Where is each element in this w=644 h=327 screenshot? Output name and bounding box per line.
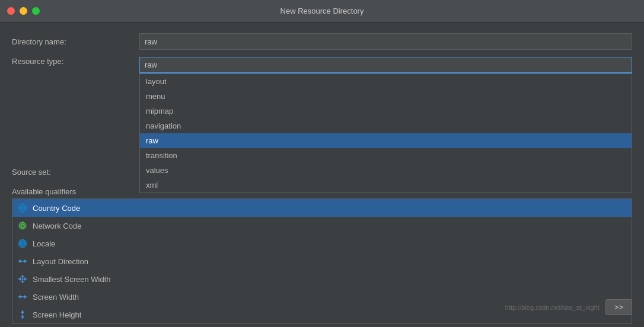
bottom-actions: http://blog.csdn.net/late_at_night >> (505, 299, 632, 315)
directory-name-input[interactable] (139, 33, 632, 50)
maximize-button[interactable] (32, 7, 40, 15)
resource-type-dropdown: layout menu mipmap navigation raw transi… (139, 73, 632, 193)
window-title: New Resource Directory (280, 7, 364, 15)
smallest-screen-width-icon (17, 274, 28, 284)
screen-width-icon (17, 291, 28, 302)
qualifier-label-screen-height: Screen Height (33, 310, 81, 319)
available-qualifiers-label: Available qualifiers (12, 187, 139, 196)
titlebar: New Resource Directory (0, 0, 644, 23)
svg-marker-22 (24, 295, 27, 299)
svg-marker-24 (21, 310, 24, 313)
resource-type-input[interactable] (139, 57, 632, 73)
directory-name-input-area (139, 33, 632, 50)
directory-name-row: Directory name: (12, 33, 632, 50)
qualifier-item-layout-direction[interactable]: Layout Direction (12, 252, 632, 270)
dropdown-option-values[interactable]: values (140, 163, 632, 178)
watermark-text: http://blog.csdn.net/late_at_night (505, 304, 600, 311)
qualifier-item-smallest-screen-width[interactable]: Smallest Screen Width (12, 270, 632, 288)
close-button[interactable] (7, 7, 15, 15)
svg-marker-19 (21, 281, 24, 283)
next-button[interactable]: >> (605, 299, 632, 315)
svg-marker-13 (24, 259, 27, 263)
locale-globe-icon (17, 238, 28, 249)
dropdown-option-raw[interactable]: raw (140, 133, 632, 148)
qualifier-item-country-code[interactable]: Country Code (12, 199, 632, 217)
dropdown-option-navigation[interactable]: navigation (140, 118, 632, 133)
svg-marker-21 (18, 295, 21, 299)
globe-icon (17, 203, 28, 213)
minimize-button[interactable] (20, 7, 27, 15)
screen-height-icon (17, 309, 28, 320)
layout-direction-icon (17, 256, 28, 267)
qualifier-label-smallest-screen-width: Smallest Screen Width (33, 275, 111, 284)
content-area: Directory name: Resource type: layout me… (0, 23, 644, 324)
resource-type-input-area: layout menu mipmap navigation raw transi… (139, 57, 632, 73)
resource-type-label: Resource type: (12, 57, 139, 66)
qualifier-label-locale: Locale (33, 239, 55, 248)
qualifier-label-network-code: Network Code (33, 222, 81, 230)
svg-marker-25 (21, 316, 24, 319)
directory-name-label: Directory name: (12, 37, 139, 46)
svg-marker-12 (18, 259, 21, 263)
network-icon (17, 220, 28, 231)
resource-type-row: Resource type: layout menu mipmap naviga… (12, 57, 632, 73)
qualifier-label-layout-direction: Layout Direction (33, 257, 88, 266)
dropdown-option-layout[interactable]: layout (140, 74, 632, 89)
dropdown-option-menu[interactable]: menu (140, 89, 632, 104)
qualifier-item-network-code[interactable]: Network Code (12, 217, 632, 235)
window-controls (7, 7, 40, 15)
qualifier-item-locale[interactable]: Locale (12, 235, 632, 252)
dropdown-option-xml[interactable]: xml (140, 178, 632, 193)
svg-marker-18 (21, 275, 24, 277)
source-set-label: Source set: (12, 168, 139, 177)
svg-marker-15 (18, 277, 21, 281)
dropdown-option-mipmap[interactable]: mipmap (140, 104, 632, 118)
dropdown-option-transition[interactable]: transition (140, 148, 632, 163)
svg-marker-16 (24, 277, 27, 281)
qualifier-label-country-code: Country Code (33, 204, 80, 213)
qualifier-label-screen-width: Screen Width (33, 293, 79, 302)
